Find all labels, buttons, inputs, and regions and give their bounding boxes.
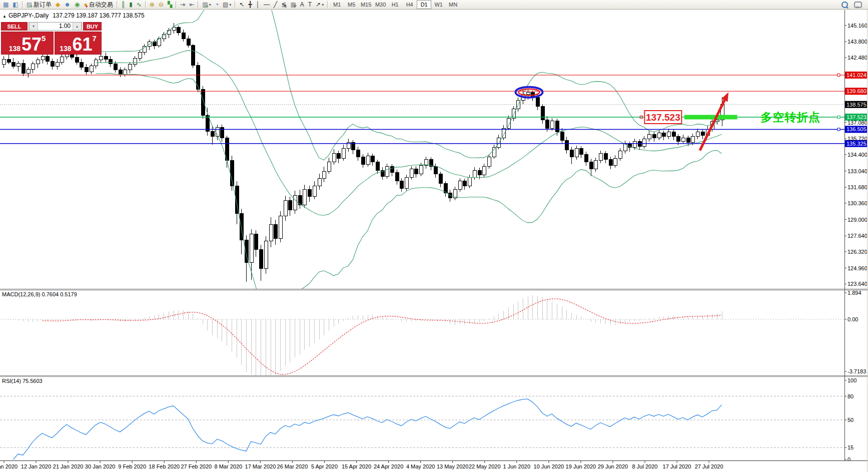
candle-body[interactable]	[618, 151, 622, 158]
candle-body[interactable]	[473, 170, 476, 177]
candle-body[interactable]	[46, 56, 49, 62]
candle-body[interactable]	[288, 200, 292, 210]
candle-body[interactable]	[681, 138, 685, 141]
candle-body[interactable]	[361, 157, 365, 164]
candle-body[interactable]	[439, 174, 442, 183]
candle-body[interactable]	[565, 140, 568, 150]
chat-icon[interactable]	[852, 0, 864, 10]
candle-body[interactable]	[2, 59, 6, 65]
timeframe-m15[interactable]: M15	[359, 0, 373, 9]
hline-icon[interactable]: ―	[262, 0, 272, 10]
candle-body[interactable]	[633, 142, 636, 148]
candle-body[interactable]	[123, 70, 127, 74]
timeframe-h1[interactable]: H1	[388, 0, 402, 9]
candle-body[interactable]	[56, 62, 59, 66]
candle-body[interactable]	[356, 150, 360, 157]
candle-body[interactable]	[487, 157, 491, 167]
candle-body[interactable]	[211, 131, 214, 137]
candle-body[interactable]	[284, 200, 287, 216]
pivot-note-text[interactable]: 多空转折点	[760, 111, 820, 124]
candle-body[interactable]	[405, 178, 408, 189]
period-icon[interactable]: ◔	[213, 0, 221, 10]
candle-body[interactable]	[478, 170, 481, 175]
hline-handle[interactable]	[837, 116, 840, 119]
vline-icon[interactable]: │	[254, 0, 262, 10]
candle-body[interactable]	[676, 137, 680, 142]
candle-body[interactable]	[31, 64, 35, 70]
search-icon[interactable]	[839, 0, 850, 10]
candle-body[interactable]	[579, 149, 583, 155]
candle-body[interactable]	[303, 190, 306, 205]
candle-body[interactable]	[400, 181, 403, 188]
candle-body[interactable]	[589, 162, 593, 169]
auto-trading-icon[interactable]: ●●自动交易	[82, 0, 115, 10]
candle-chart-icon[interactable]: ▮	[127, 0, 135, 10]
volume-increase-button[interactable]: ▲	[73, 23, 82, 30]
bar-chart-icon[interactable]: ║	[119, 0, 128, 10]
template-icon-dropdown[interactable]: ▾	[229, 3, 231, 7]
volume-input[interactable]: 1.00	[38, 23, 73, 30]
candle-body[interactable]	[463, 181, 466, 186]
candle-body[interactable]	[264, 241, 268, 269]
new-chart-icon[interactable]: ▥+▾	[200, 0, 213, 10]
buy-price-tile[interactable]: 138617	[55, 32, 102, 55]
candle-body[interactable]	[308, 190, 311, 197]
community-icon[interactable]: ☻	[62, 0, 73, 10]
candle-body[interactable]	[575, 149, 578, 157]
candle-body[interactable]	[376, 162, 379, 170]
crosshair-icon[interactable]: ╋	[246, 0, 254, 10]
data-window-icon[interactable]: ◧	[11, 0, 20, 10]
shapes-icon-dropdown[interactable]: ▾	[322, 3, 324, 7]
market-watch-icon[interactable]: ▦	[1, 0, 11, 10]
candle-body[interactable]	[657, 133, 661, 138]
timeframe-m30[interactable]: M30	[373, 0, 388, 9]
candle-body[interactable]	[647, 134, 651, 139]
candle-body[interactable]	[22, 64, 25, 74]
candle-body[interactable]	[337, 154, 340, 159]
candle-body[interactable]	[594, 161, 597, 169]
candle-body[interactable]	[332, 154, 336, 162]
candle-body[interactable]	[434, 167, 437, 174]
candle-body[interactable]	[85, 68, 88, 72]
candle-body[interactable]	[313, 186, 316, 197]
candle-body[interactable]	[609, 160, 612, 166]
candle-body[interactable]	[613, 158, 617, 165]
candle-body[interactable]	[545, 120, 549, 128]
auto-scroll-icon[interactable]: ⇥	[178, 0, 187, 10]
candle-body[interactable]	[293, 196, 297, 210]
candle-body[interactable]	[458, 181, 462, 190]
candle-body[interactable]	[672, 132, 675, 137]
label-icon[interactable]: T	[306, 0, 314, 10]
candle-body[interactable]	[182, 33, 185, 39]
candle-body[interactable]	[385, 167, 389, 176]
candle-body[interactable]	[104, 56, 108, 59]
candle-body[interactable]	[51, 62, 54, 67]
candle-body[interactable]	[541, 107, 544, 120]
candle-body[interactable]	[492, 148, 496, 157]
candle-body[interactable]	[526, 92, 530, 95]
candle-body[interactable]	[298, 196, 302, 205]
candle-body[interactable]	[584, 155, 588, 162]
candle-body[interactable]	[187, 39, 190, 45]
candle-body[interactable]	[410, 169, 413, 178]
timeframe-w1[interactable]: W1	[431, 0, 446, 9]
cursor-icon[interactable]: ↖	[237, 0, 246, 10]
grid-icon[interactable]: ▦F	[288, 0, 298, 10]
zoom-out-icon[interactable]: ⊖	[157, 0, 166, 10]
candle-body[interactable]	[90, 66, 93, 72]
text-icon[interactable]: A	[298, 0, 306, 10]
chart-shift-icon[interactable]: ⇤	[187, 0, 196, 10]
candle-body[interactable]	[371, 156, 374, 162]
candle-body[interactable]	[701, 132, 704, 135]
line-chart-icon[interactable]: ∿	[135, 0, 144, 10]
candle-body[interactable]	[536, 98, 539, 107]
candle-body[interactable]	[119, 70, 122, 74]
hline-handle[interactable]	[837, 74, 840, 76]
candle-body[interactable]	[12, 62, 15, 66]
candle-body[interactable]	[662, 133, 665, 137]
candle-body[interactable]	[395, 173, 399, 181]
candle-body[interactable]	[322, 172, 326, 179]
candle-body[interactable]	[206, 116, 209, 131]
signals-icon[interactable]: ◉	[73, 0, 82, 10]
candle-body[interactable]	[642, 139, 646, 146]
